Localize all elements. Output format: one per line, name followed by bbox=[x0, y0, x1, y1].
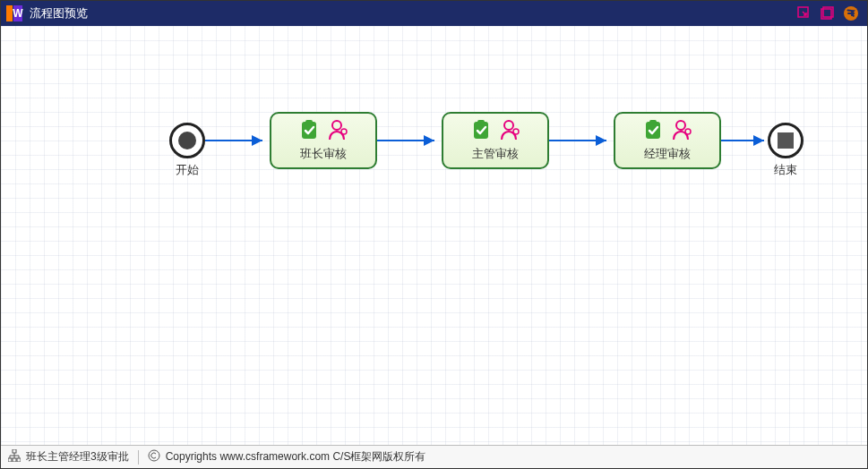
arrow-start-to-task1 bbox=[205, 134, 270, 147]
end-node-label: 结束 bbox=[774, 162, 797, 178]
svg-rect-22 bbox=[13, 458, 16, 462]
svg-point-11 bbox=[341, 129, 347, 134]
arrow-task1-to-task2 bbox=[377, 134, 442, 147]
user-icon bbox=[329, 119, 348, 144]
minimize-to-tray-button[interactable] bbox=[794, 3, 815, 24]
sitemap-icon bbox=[8, 449, 21, 465]
svg-point-10 bbox=[332, 121, 341, 130]
window-title: 流程图预览 bbox=[30, 5, 792, 21]
titlebar: W 流程图预览 bbox=[1, 1, 867, 26]
svg-rect-23 bbox=[17, 458, 21, 462]
task-node-2[interactable]: 主管审核 bbox=[442, 112, 549, 169]
start-node[interactable]: 开始 bbox=[169, 123, 205, 158]
arrow-task2-to-task3 bbox=[549, 134, 614, 147]
workflow-name-label: 班长主管经理3级审批 bbox=[26, 449, 129, 465]
clipboard-check-icon bbox=[470, 119, 492, 144]
task-node-3-label: 经理审核 bbox=[644, 146, 691, 162]
end-node[interactable]: 结束 bbox=[768, 123, 804, 158]
svg-point-19 bbox=[685, 129, 691, 134]
app-logo: W bbox=[6, 5, 22, 21]
svg-rect-9 bbox=[305, 120, 313, 124]
svg-point-18 bbox=[676, 121, 685, 130]
svg-rect-13 bbox=[477, 120, 485, 124]
close-button[interactable] bbox=[840, 3, 862, 24]
start-node-label: 开始 bbox=[176, 162, 199, 178]
statusbar-separator bbox=[138, 450, 139, 465]
svg-point-15 bbox=[513, 129, 519, 134]
clipboard-check-icon bbox=[298, 119, 320, 144]
user-icon bbox=[673, 119, 692, 144]
maximize-button[interactable] bbox=[817, 3, 838, 24]
statusbar: 班长主管经理3级审批 Copyrights www.csframework.co… bbox=[1, 445, 867, 468]
clipboard-check-icon bbox=[642, 119, 664, 144]
task-node-2-label: 主管审核 bbox=[472, 146, 519, 162]
copyright-label: Copyrights www.csframework.com C/S框架网版权所… bbox=[166, 449, 426, 465]
copyright-icon bbox=[148, 449, 160, 465]
arrow-task3-to-end bbox=[721, 134, 771, 147]
svg-rect-21 bbox=[8, 458, 12, 462]
user-icon bbox=[501, 119, 520, 144]
task-node-1[interactable]: 班长审核 bbox=[270, 112, 377, 169]
task-node-3[interactable]: 经理审核 bbox=[614, 112, 721, 169]
svg-rect-20 bbox=[13, 449, 16, 453]
window-root: W 流程图预览 bbox=[0, 0, 868, 469]
task-node-1-label: 班长审核 bbox=[300, 146, 347, 162]
svg-point-14 bbox=[504, 121, 513, 130]
svg-rect-17 bbox=[649, 120, 657, 124]
flow-canvas[interactable]: 开始 班长审核 主管审核 bbox=[1, 26, 867, 445]
svg-point-24 bbox=[149, 450, 159, 461]
